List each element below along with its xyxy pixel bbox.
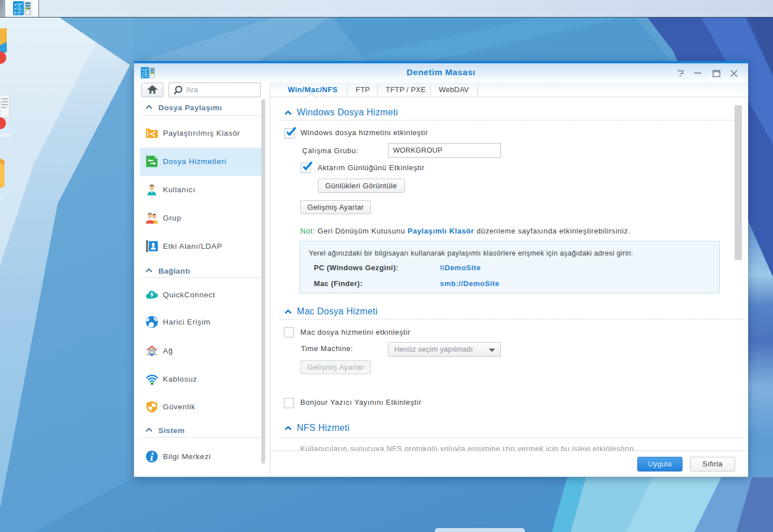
- svg-text:n: n: [0, 195, 2, 202]
- svg-text:sası: sası: [0, 131, 10, 138]
